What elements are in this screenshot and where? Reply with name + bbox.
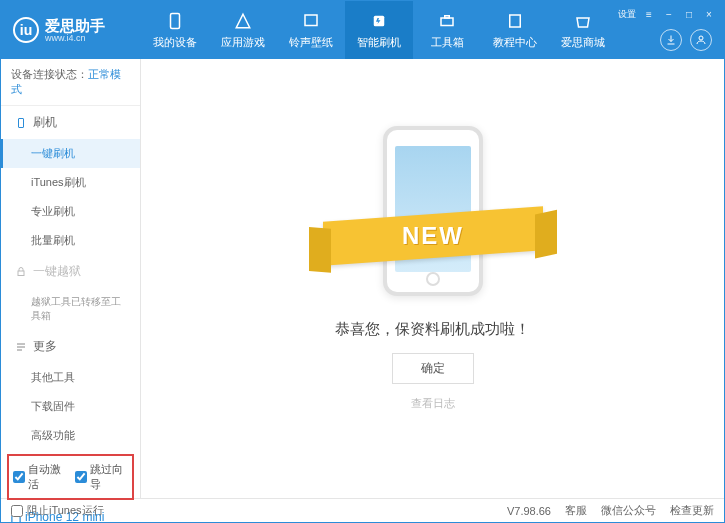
nav-my-device[interactable]: 我的设备 — [141, 1, 209, 59]
close-icon[interactable]: × — [702, 7, 716, 21]
svg-point-6 — [699, 36, 703, 40]
toolbox-icon — [437, 11, 457, 31]
customer-service-link[interactable]: 客服 — [565, 503, 587, 518]
checkbox-input[interactable] — [75, 471, 87, 483]
success-illustration: NEW — [323, 126, 543, 296]
sidebar: 设备连接状态：正常模式 刷机 一键刷机 iTunes刷机 专业刷机 批量刷机 一… — [1, 59, 141, 498]
top-nav: 我的设备 应用游戏 铃声壁纸 智能刷机 工具箱 教程中心 爱思商城 — [141, 1, 617, 59]
success-message: 恭喜您，保资料刷机成功啦！ — [335, 320, 530, 339]
wechat-link[interactable]: 微信公众号 — [601, 503, 656, 518]
svg-rect-0 — [171, 13, 180, 28]
header-actions — [660, 29, 712, 51]
checkbox-label: 跳过向导 — [90, 462, 129, 492]
sidebar-item-download-firmware[interactable]: 下载固件 — [1, 392, 140, 421]
user-button[interactable] — [690, 29, 712, 51]
sidebar-item-batch-flash[interactable]: 批量刷机 — [1, 226, 140, 255]
title-bar: iu 爱思助手 www.i4.cn 我的设备 应用游戏 铃声壁纸 智能刷机 工具… — [1, 1, 724, 59]
list-icon — [15, 341, 27, 353]
new-ribbon: NEW — [323, 206, 543, 265]
settings-label[interactable]: 设置 — [618, 7, 636, 21]
flash-icon — [369, 11, 389, 31]
group-jailbreak: 一键越狱 — [1, 255, 140, 288]
ok-button[interactable]: 确定 — [392, 353, 474, 384]
nav-label: 爱思商城 — [561, 35, 605, 50]
phone-small-icon — [15, 117, 27, 129]
menu-icon[interactable]: ≡ — [642, 7, 656, 21]
logo-area: iu 爱思助手 www.i4.cn — [1, 17, 141, 43]
svg-rect-3 — [441, 18, 453, 26]
options-highlight-box: 自动激活 跳过向导 — [7, 454, 134, 500]
nav-apps-games[interactable]: 应用游戏 — [209, 1, 277, 59]
checkbox-input[interactable] — [11, 505, 23, 517]
nav-store[interactable]: 爱思商城 — [549, 1, 617, 59]
lock-icon — [15, 266, 27, 278]
checkbox-skip-guide[interactable]: 跳过向导 — [75, 462, 129, 492]
nav-toolbox[interactable]: 工具箱 — [413, 1, 481, 59]
connection-status: 设备连接状态：正常模式 — [1, 59, 140, 106]
window-controls: 设置 ≡ − □ × — [618, 7, 716, 21]
sidebar-item-other-tools[interactable]: 其他工具 — [1, 363, 140, 392]
group-more[interactable]: 更多 — [1, 330, 140, 363]
app-site: www.i4.cn — [45, 33, 105, 43]
nav-ringtones[interactable]: 铃声壁纸 — [277, 1, 345, 59]
nav-tutorials[interactable]: 教程中心 — [481, 1, 549, 59]
checkbox-auto-activate[interactable]: 自动激活 — [13, 462, 67, 492]
sidebar-item-itunes-flash[interactable]: iTunes刷机 — [1, 168, 140, 197]
main-content: NEW 恭喜您，保资料刷机成功啦！ 确定 查看日志 — [141, 59, 724, 498]
book-icon — [505, 11, 525, 31]
ribbon-text: NEW — [402, 222, 464, 250]
checkbox-input[interactable] — [13, 471, 25, 483]
app-name: 爱思助手 — [45, 18, 105, 33]
nav-smart-flash[interactable]: 智能刷机 — [345, 1, 413, 59]
jailbreak-note: 越狱工具已转移至工具箱 — [1, 288, 140, 330]
group-title: 一键越狱 — [33, 263, 81, 280]
svg-rect-5 — [510, 15, 521, 27]
nav-label: 智能刷机 — [357, 35, 401, 50]
nav-label: 教程中心 — [493, 35, 537, 50]
group-flash[interactable]: 刷机 — [1, 106, 140, 139]
svg-rect-1 — [305, 15, 317, 26]
sidebar-item-pro-flash[interactable]: 专业刷机 — [1, 197, 140, 226]
wallpaper-icon — [301, 11, 321, 31]
checkbox-label: 自动激活 — [28, 462, 67, 492]
app-logo-icon: iu — [13, 17, 39, 43]
nav-label: 我的设备 — [153, 35, 197, 50]
svg-rect-7 — [19, 118, 24, 127]
download-button[interactable] — [660, 29, 682, 51]
svg-rect-4 — [445, 15, 450, 17]
apps-icon — [233, 11, 253, 31]
group-title: 更多 — [33, 338, 57, 355]
minimize-icon[interactable]: − — [662, 7, 676, 21]
nav-label: 应用游戏 — [221, 35, 265, 50]
nav-label: 铃声壁纸 — [289, 35, 333, 50]
checkbox-label: 阻止iTunes运行 — [27, 503, 104, 518]
sidebar-item-advanced[interactable]: 高级功能 — [1, 421, 140, 450]
sidebar-item-oneclick-flash[interactable]: 一键刷机 — [1, 139, 140, 168]
store-icon — [573, 11, 593, 31]
version-label: V7.98.66 — [507, 505, 551, 517]
view-log-link[interactable]: 查看日志 — [411, 396, 455, 411]
phone-icon — [165, 11, 185, 31]
group-title: 刷机 — [33, 114, 57, 131]
check-update-link[interactable]: 检查更新 — [670, 503, 714, 518]
block-itunes-checkbox[interactable]: 阻止iTunes运行 — [11, 503, 104, 518]
nav-label: 工具箱 — [431, 35, 464, 50]
maximize-icon[interactable]: □ — [682, 7, 696, 21]
status-label: 设备连接状态： — [11, 68, 88, 80]
svg-rect-8 — [18, 271, 24, 276]
